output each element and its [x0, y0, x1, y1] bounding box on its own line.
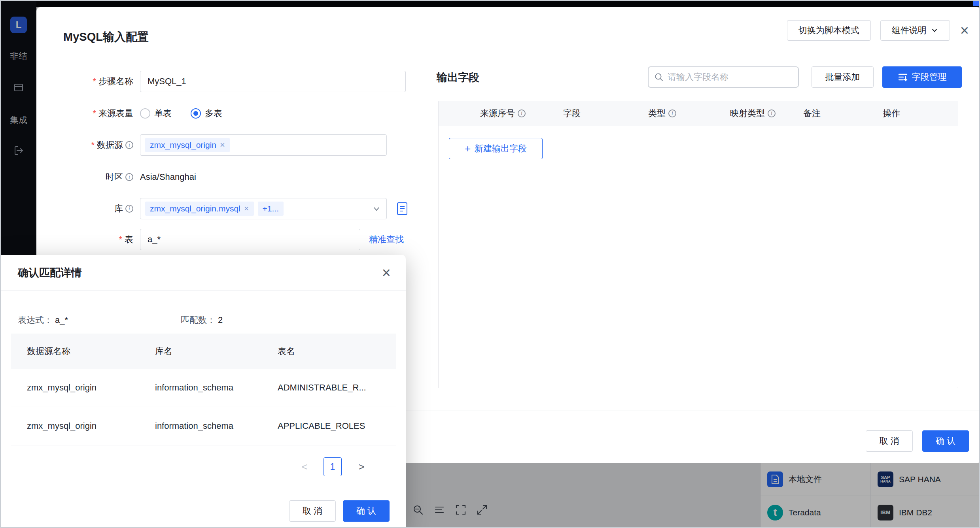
batch-add-button[interactable]: 批量添加 [812, 66, 874, 88]
datasource-select[interactable]: zmx_mysql_origin × [140, 134, 387, 156]
datasource-tag: zmx_mysql_origin × [145, 138, 230, 152]
close-icon[interactable]: × [959, 23, 970, 38]
timezone-value: Asia/Shanghai [140, 172, 196, 182]
table-row[interactable]: zmx_mysql_origin information_schema ADMI… [11, 369, 396, 407]
close-icon[interactable]: × [382, 265, 391, 280]
field-manage-icon [898, 72, 908, 82]
column-mapping-type: 映射类型 i [730, 101, 776, 126]
column-field: 字段 [563, 101, 581, 126]
cancel-button[interactable]: 取 消 [289, 500, 336, 522]
match-meta: 表达式： a_* 匹配数： 2 [18, 313, 389, 327]
precise-search-link[interactable]: 精准查找 [369, 234, 404, 245]
label-text: 来源表量 [98, 107, 133, 119]
cell-datasource: zmx_mysql_origin [27, 407, 96, 445]
match-modal-header: 确认匹配详情 × [1, 255, 406, 290]
cell-db: information_schema [155, 407, 233, 445]
cell-table: ADMINISTRABLE_R... [278, 369, 366, 407]
plus-icon: + [465, 143, 471, 154]
column-db-name: 库名 [155, 334, 172, 369]
column-actions: 操作 [883, 101, 900, 126]
field-manage-button[interactable]: 字段管理 [882, 66, 962, 88]
info-icon[interactable]: i [125, 141, 133, 149]
label-text: 库 [114, 203, 123, 215]
label-text: 表 [125, 234, 133, 245]
output-fields-table: 来源序号 i 字段 类型 i 映射类型 i 备注 操作 [438, 101, 958, 388]
match-details-modal: 确认匹配详情 × 表达式： a_* 匹配数： 2 数据源名称 库名 表名 zmx… [1, 255, 406, 528]
info-icon[interactable]: i [125, 205, 133, 213]
corner-avatar [973, 1, 979, 6]
required-mark: * [119, 234, 122, 245]
new-output-field-button[interactable]: + 新建输出字段 [449, 138, 543, 159]
select-chevron-icon [372, 205, 381, 215]
output-table-header: 来源序号 i 字段 类型 i 映射类型 i 备注 操作 [439, 101, 958, 126]
info-icon[interactable]: i [518, 109, 526, 117]
form-row-timezone: 时区 i Asia/Shanghai [54, 166, 196, 188]
cell-datasource: zmx_mysql_origin [27, 369, 96, 407]
info-icon[interactable]: i [668, 109, 676, 117]
radio-label: 单表 [154, 107, 172, 119]
database-select[interactable]: zmx_mysql_origin.mysql × +1... [140, 198, 387, 219]
expression-label: 表达式： [18, 314, 53, 326]
column-label: 备注 [803, 107, 821, 119]
modal-title: MySQL输入配置 [63, 29, 149, 45]
new-output-field-label: 新建输出字段 [475, 143, 527, 155]
tag-text: zmx_mysql_origin.mysql [150, 204, 240, 213]
confirm-button[interactable]: 确 认 [922, 430, 969, 452]
required-mark: * [93, 108, 96, 119]
column-label: 操作 [883, 107, 900, 119]
field-manage-label: 字段管理 [912, 71, 947, 83]
info-icon[interactable]: i [768, 109, 776, 117]
tag-close-icon[interactable]: × [244, 204, 249, 213]
info-icon[interactable]: i [125, 173, 133, 181]
radio-single-table[interactable]: 单表 [140, 107, 172, 119]
table-pattern-input[interactable] [140, 229, 360, 250]
match-count-label: 匹配数： [181, 314, 216, 326]
database-more-tag[interactable]: +1... [258, 202, 284, 216]
match-table-header: 数据源名称 库名 表名 [11, 334, 396, 369]
component-doc-label: 组件说明 [892, 25, 927, 36]
label-text: 时区 [106, 171, 123, 183]
form-row-database: 库 i zmx_mysql_origin.mysql × +1... [54, 198, 408, 219]
current-page[interactable]: 1 [324, 457, 342, 476]
radio-circle [140, 108, 150, 119]
column-label: 类型 [648, 107, 666, 119]
table-row[interactable]: zmx_mysql_origin information_schema APPL… [11, 407, 396, 445]
table-label: * 表 [54, 234, 133, 245]
column-label: 字段 [563, 107, 581, 119]
cell-table: APPLICABLE_ROLES [278, 407, 365, 445]
pagination: < 1 > [1, 457, 406, 476]
database-list-icon[interactable] [396, 202, 408, 215]
required-mark: * [91, 140, 95, 150]
column-datasource-name: 数据源名称 [27, 334, 70, 369]
column-type: 类型 i [648, 101, 676, 126]
chevron-down-icon [931, 26, 938, 34]
required-mark: * [93, 76, 96, 87]
next-page-icon[interactable]: > [352, 457, 371, 476]
timezone-label: 时区 i [54, 171, 133, 183]
form-row-step-name: * 步骤名称 [54, 71, 406, 92]
screen: 本地文件 SAP HANA SAP HANA t Teradata IBM [0, 0, 980, 528]
component-doc-button[interactable]: 组件说明 [880, 20, 950, 41]
step-name-label: * 步骤名称 [54, 75, 133, 87]
match-table: 数据源名称 库名 表名 zmx_mysql_origin information… [11, 334, 396, 445]
radio-multi-table[interactable]: 多表 [191, 107, 222, 119]
script-mode-button[interactable]: 切换为脚本模式 [787, 20, 871, 41]
output-fields-title: 输出字段 [437, 70, 479, 85]
match-count-value: 2 [218, 315, 223, 325]
prev-page-icon[interactable]: < [295, 457, 314, 476]
tag-close-icon[interactable]: × [220, 141, 225, 149]
column-label: 来源序号 [480, 107, 515, 119]
match-modal-title: 确认匹配详情 [18, 266, 82, 280]
form-row-table: * 表 精准查找 [54, 229, 404, 250]
match-count: 匹配数： 2 [181, 314, 223, 326]
expression-value: a_* [55, 315, 68, 325]
column-table-name: 表名 [278, 334, 295, 369]
column-label: 映射类型 [730, 107, 765, 119]
label-text: 步骤名称 [98, 75, 133, 87]
cell-db: information_schema [155, 369, 233, 407]
field-search-input[interactable] [668, 72, 793, 82]
step-name-input[interactable] [140, 71, 406, 92]
modal-actions: 切换为脚本模式 组件说明 × [787, 20, 970, 41]
cancel-button[interactable]: 取 消 [866, 430, 913, 452]
confirm-button[interactable]: 确 认 [343, 500, 390, 522]
